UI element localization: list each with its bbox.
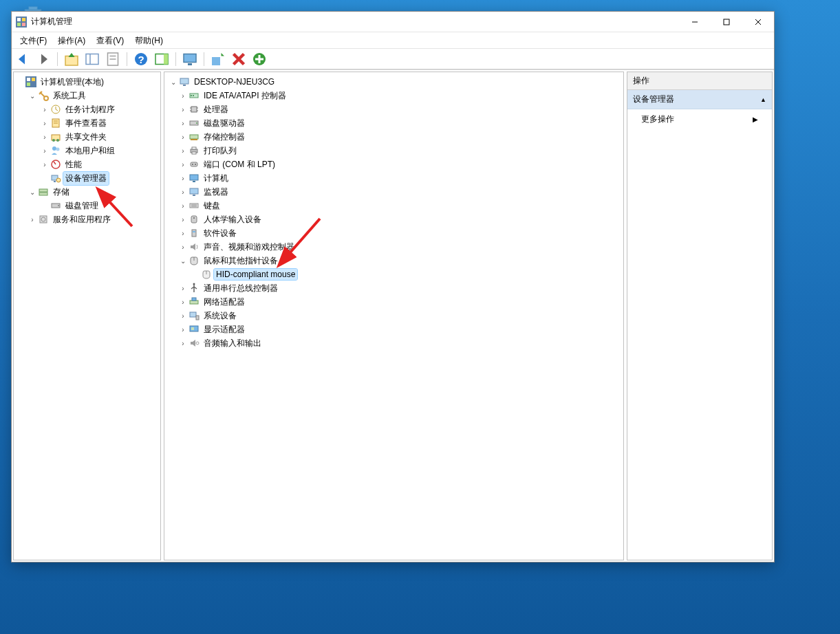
- expand-icon[interactable]: ›: [40, 106, 50, 113]
- tree-local-users-groups[interactable]: › 本地用户和组: [40, 144, 159, 157]
- tree-services-applications[interactable]: › 服务和应用程序: [28, 212, 159, 226]
- expand-icon[interactable]: ›: [40, 120, 50, 127]
- expand-icon[interactable]: ›: [178, 147, 188, 155]
- storage-controller-icon: [188, 131, 200, 142]
- tree-event-viewer[interactable]: › 事件查看器: [40, 116, 159, 130]
- device-hid-compliant-mouse[interactable]: HID-compliant mouse: [191, 267, 622, 281]
- expand-icon[interactable]: ›: [178, 298, 188, 306]
- device-ports[interactable]: ›端口 (COM 和 LPT): [178, 157, 622, 171]
- device-system-devices[interactable]: ›系统设备: [178, 309, 622, 323]
- tree-system-tools[interactable]: ⌄ 系统工具: [28, 89, 159, 102]
- console-tree-pane[interactable]: 计算机管理(本地) ⌄ 系统工具 ›: [13, 72, 161, 560]
- svg-point-37: [56, 148, 60, 151]
- tree-disk-management[interactable]: 磁盘管理: [40, 199, 159, 212]
- expand-icon[interactable]: ›: [178, 133, 188, 141]
- properties-button[interactable]: [105, 51, 121, 67]
- collapse-icon[interactable]: ⌄: [28, 188, 37, 196]
- port-icon: [188, 159, 200, 170]
- expand-icon[interactable]: ›: [178, 188, 188, 196]
- device-print-queues[interactable]: ›打印队列: [178, 144, 622, 157]
- collapse-icon[interactable]: ⌄: [169, 78, 178, 86]
- expand-icon[interactable]: ›: [40, 147, 50, 155]
- device-root-computer[interactable]: ⌄ DESKTOP-NJEU3CG: [166, 75, 622, 89]
- minimize-button[interactable]: [679, 12, 711, 32]
- menu-action[interactable]: 操作(A): [52, 33, 91, 48]
- device-audio-io[interactable]: ›音频输入和输出: [178, 336, 622, 350]
- tree-performance[interactable]: › 性能: [40, 157, 159, 171]
- device-network-adapters[interactable]: ›网络适配器: [178, 295, 622, 309]
- help-button[interactable]: ?: [133, 51, 149, 67]
- svg-rect-0: [29, 7, 37, 10]
- svg-rect-48: [180, 78, 189, 84]
- actions-section-device-manager[interactable]: 设备管理器 ▲: [627, 90, 772, 109]
- close-button[interactable]: [742, 12, 774, 32]
- expand-icon[interactable]: ›: [40, 133, 50, 141]
- network-icon: [188, 296, 200, 307]
- expand-icon[interactable]: ›: [178, 161, 188, 168]
- device-disk-drives[interactable]: ›磁盘驱动器: [178, 116, 622, 130]
- expand-icon[interactable]: ›: [178, 230, 188, 237]
- actions-more-link[interactable]: 更多操作 ▶: [627, 109, 772, 129]
- show-actions-pane-button[interactable]: [153, 51, 170, 67]
- scan-hardware-button[interactable]: [210, 51, 226, 67]
- window-title: 计算机管理: [31, 16, 679, 28]
- expand-icon[interactable]: ›: [28, 216, 37, 223]
- collapse-icon[interactable]: ⌄: [178, 257, 188, 265]
- device-tree-pane[interactable]: ⌄ DESKTOP-NJEU3CG ›IDE ATA/ATAPI 控制器 ›处理…: [164, 72, 624, 560]
- device-mice-pointing[interactable]: ⌄鼠标和其他指针设备: [178, 254, 622, 267]
- hid-icon: [188, 214, 200, 225]
- body-panes: 计算机管理(本地) ⌄ 系统工具 ›: [12, 69, 774, 562]
- show-hide-tree-button[interactable]: [84, 51, 100, 67]
- disable-device-button[interactable]: [230, 51, 247, 67]
- expand-icon[interactable]: ›: [178, 216, 188, 223]
- event-log-icon: [50, 118, 62, 129]
- expand-icon[interactable]: ›: [178, 340, 188, 347]
- back-button[interactable]: [14, 51, 31, 67]
- tree-root-computer-management[interactable]: 计算机管理(本地): [15, 75, 159, 89]
- expand-icon[interactable]: ›: [178, 106, 188, 113]
- expand-icon[interactable]: ›: [178, 326, 188, 334]
- collapse-triangle-icon: ▲: [760, 96, 766, 103]
- menu-file[interactable]: 文件(F): [14, 33, 52, 48]
- expand-icon[interactable]: ›: [178, 202, 188, 210]
- tree-device-manager[interactable]: 设备管理器: [40, 171, 159, 185]
- maximize-button[interactable]: [711, 12, 742, 32]
- printer-icon: [188, 145, 200, 156]
- tree-task-scheduler[interactable]: › 任务计划程序: [40, 102, 159, 116]
- expand-icon[interactable]: ›: [178, 175, 188, 182]
- tree-storage[interactable]: ⌄ 存储: [28, 185, 159, 199]
- cpu-icon: [188, 104, 200, 115]
- expand-icon[interactable]: ›: [178, 312, 188, 320]
- svg-point-35: [56, 139, 59, 142]
- monitor-button[interactable]: [182, 51, 198, 67]
- mouse-device-icon: [200, 269, 213, 280]
- enable-device-button[interactable]: [251, 51, 268, 67]
- svg-rect-82: [192, 298, 196, 300]
- svg-rect-67: [190, 175, 198, 180]
- device-processors[interactable]: ›处理器: [178, 102, 622, 116]
- device-hid-devices[interactable]: ›人体学输入设备: [178, 212, 622, 226]
- menu-help[interactable]: 帮助(H): [129, 33, 169, 48]
- menu-view[interactable]: 查看(V): [91, 33, 129, 48]
- expand-icon[interactable]: ›: [178, 285, 188, 292]
- forward-button[interactable]: [35, 51, 52, 67]
- usb-icon: [188, 283, 200, 294]
- device-usb-controllers[interactable]: ›通用串行总线控制器: [178, 281, 622, 295]
- expand-icon[interactable]: ›: [178, 120, 188, 127]
- svg-rect-68: [193, 181, 195, 182]
- device-ide-controllers[interactable]: ›IDE ATA/ATAPI 控制器: [178, 89, 622, 102]
- expand-icon[interactable]: ›: [178, 92, 188, 100]
- collapse-icon[interactable]: ⌄: [28, 92, 37, 100]
- expand-icon[interactable]: ›: [178, 243, 188, 251]
- device-monitors[interactable]: ›监视器: [178, 185, 622, 199]
- expand-icon[interactable]: ›: [40, 161, 50, 168]
- device-display-adapters[interactable]: ›显示适配器: [178, 323, 622, 336]
- tree-shared-folders[interactable]: › 共享文件夹: [40, 130, 159, 144]
- device-keyboards[interactable]: ›键盘: [178, 199, 622, 212]
- device-software-devices[interactable]: ›软件设备: [178, 226, 622, 240]
- device-sound-video-game[interactable]: ›声音、视频和游戏控制器: [178, 240, 622, 254]
- up-level-button[interactable]: [63, 51, 80, 67]
- device-storage-controllers[interactable]: ›存储控制器: [178, 130, 622, 144]
- svg-rect-20: [184, 54, 196, 62]
- device-computer[interactable]: ›计算机: [178, 171, 622, 185]
